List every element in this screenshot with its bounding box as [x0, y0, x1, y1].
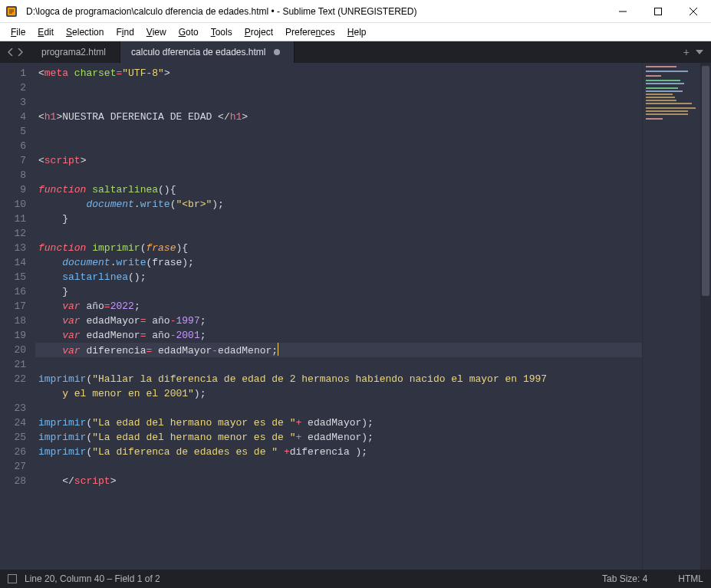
- dirty-indicator-icon: [274, 49, 280, 55]
- tab-history-nav[interactable]: [0, 41, 31, 63]
- new-tab-button[interactable]: +: [683, 46, 690, 58]
- menu-preferences[interactable]: Preferences: [279, 25, 341, 39]
- window-title: D:\logca de programacion\calculo dferenc…: [23, 6, 605, 17]
- status-syntax[interactable]: HTML: [678, 573, 703, 584]
- app-icon: [0, 0, 23, 23]
- tabbar: programa2.html calculo dferencia de edad…: [0, 41, 711, 63]
- editor[interactable]: 1 2 3 4 5 6 7 8 9 10 11 12 13 14 15 16 1…: [0, 63, 711, 570]
- status-tabsize[interactable]: Tab Size: 4: [602, 573, 647, 584]
- close-button[interactable]: [676, 0, 711, 23]
- vertical-scrollbar[interactable]: [700, 63, 711, 570]
- menu-view[interactable]: View: [140, 25, 173, 39]
- chevron-left-icon: [8, 48, 14, 56]
- minimize-button[interactable]: [605, 0, 640, 23]
- tab-programa2[interactable]: programa2.html: [31, 41, 120, 63]
- panel-switcher-icon[interactable]: [8, 574, 17, 583]
- menu-selection[interactable]: Selection: [60, 25, 110, 39]
- menu-project[interactable]: Project: [239, 25, 279, 39]
- status-position[interactable]: Line 20, Column 40 – Field 1 of 2: [25, 573, 160, 584]
- menu-goto[interactable]: Goto: [173, 25, 205, 39]
- code-area[interactable]: <meta charset="UTF-8"> <h1>NUESTRA DFERE…: [35, 63, 642, 570]
- menu-edit[interactable]: Edit: [31, 25, 60, 39]
- svg-rect-2: [655, 8, 662, 15]
- chevron-right-icon: [17, 48, 23, 56]
- menu-find[interactable]: Find: [110, 25, 140, 39]
- window-titlebar: D:\logca de programacion\calculo dferenc…: [0, 0, 711, 23]
- tab-label: calculo dferencia de edades.html: [131, 47, 265, 57]
- menubar: File Edit Selection Find View Goto Tools…: [0, 23, 711, 41]
- line-number-gutter: 1 2 3 4 5 6 7 8 9 10 11 12 13 14 15 16 1…: [0, 63, 35, 570]
- statusbar: Line 20, Column 40 – Field 1 of 2 Tab Si…: [0, 570, 711, 588]
- tab-dropdown-icon[interactable]: [696, 48, 703, 56]
- maximize-button[interactable]: [640, 0, 676, 23]
- menu-help[interactable]: Help: [341, 25, 373, 39]
- menu-file[interactable]: File: [5, 25, 31, 39]
- tab-label: programa2.html: [41, 47, 106, 57]
- menu-tools[interactable]: Tools: [205, 25, 239, 39]
- tab-calculo-dferencia[interactable]: calculo dferencia de edades.html: [120, 41, 294, 63]
- text-cursor: [278, 343, 278, 356]
- scrollbar-thumb[interactable]: [702, 66, 709, 296]
